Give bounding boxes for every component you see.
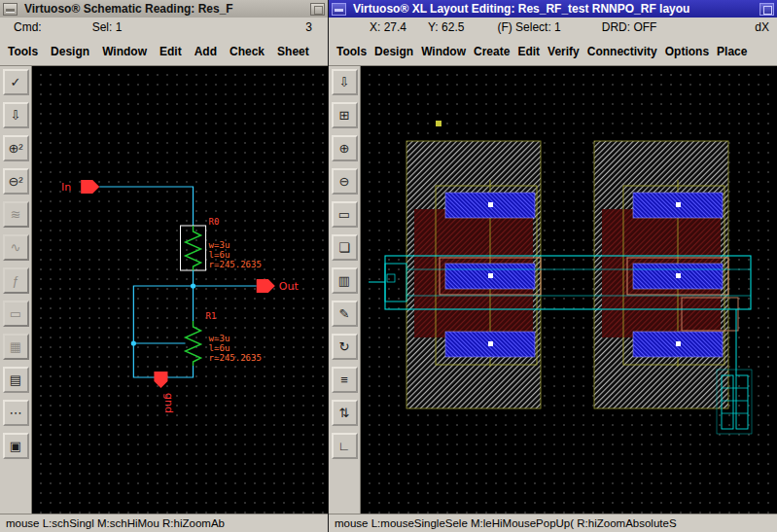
layout-titlebar[interactable]: Virtuoso® XL Layout Editing: Res_RF_test… bbox=[329, 0, 777, 18]
menu-design[interactable]: Design bbox=[51, 45, 89, 58]
dx-label: dX bbox=[755, 20, 769, 34]
descend-icon[interactable]: ⇩ bbox=[3, 102, 29, 128]
select-box-icon[interactable]: ▭ bbox=[332, 201, 358, 228]
properties-icon[interactable]: ≡ bbox=[332, 367, 358, 393]
svg-text:Out: Out bbox=[279, 280, 300, 293]
layout-cell-r0[interactable] bbox=[406, 141, 541, 408]
menu-verify[interactable]: Verify bbox=[547, 45, 580, 58]
wave-icon[interactable]: ∿ bbox=[3, 234, 29, 261]
in-port[interactable]: In bbox=[61, 180, 99, 194]
zoom-out-icon[interactable]: ⊖ bbox=[332, 168, 358, 195]
zoom-in-2x-icon[interactable]: ⊕² bbox=[3, 135, 29, 161]
window-title: Virtuoso® XL Layout Editing: Res_RF_test… bbox=[350, 2, 756, 16]
swap-icon[interactable]: ⇅ bbox=[332, 400, 358, 426]
menu-place[interactable]: Place bbox=[717, 45, 747, 58]
layout-toolbar: ⇩ ⊞ ⊕ ⊖ ▭ ❏ ▥ ✎ ↻ ≡ ⇅ ∟ bbox=[329, 66, 361, 514]
svg-text:gnd: gnd bbox=[162, 393, 175, 413]
svg-text:l=6u: l=6u bbox=[209, 250, 230, 260]
select-count: (F) Select: 1 bbox=[497, 20, 560, 34]
svg-text:R0: R0 bbox=[209, 217, 220, 227]
layout-info-row: X: 27.4 Y: 62.5 (F) Select: 1 DRD: OFF d… bbox=[329, 18, 777, 37]
wire-in-to-r0[interactable] bbox=[99, 187, 193, 226]
svg-text:w=3u: w=3u bbox=[209, 240, 230, 250]
svg-text:r=245.2635: r=245.2635 bbox=[209, 353, 262, 363]
dashed-box-icon[interactable]: ▭ bbox=[3, 301, 29, 327]
desktop: Virtuoso® Schematic Reading: Res_F Cmd: … bbox=[0, 0, 777, 532]
layout-marker[interactable] bbox=[436, 121, 441, 126]
zoom-fit-icon[interactable]: ⊞ bbox=[332, 102, 358, 128]
menu-tools[interactable]: Tools bbox=[8, 45, 38, 58]
layout-drawing bbox=[361, 66, 777, 514]
schematic-main: ✓ ⇩ ⊕² ⊖² ≋ ∿ ƒ ▭ ▦ ▤ ⋯ ▣ In bbox=[0, 66, 328, 514]
menu-create[interactable]: Create bbox=[474, 45, 510, 58]
function-icon[interactable]: ƒ bbox=[3, 267, 29, 294]
menu-check[interactable]: Check bbox=[230, 45, 265, 58]
window-menu-button[interactable] bbox=[332, 3, 346, 16]
stretch-icon[interactable]: ≋ bbox=[3, 201, 29, 228]
layout-canvas[interactable] bbox=[361, 66, 777, 514]
rows-icon[interactable]: ▤ bbox=[3, 367, 29, 393]
window-title: Virtuoso® Schematic Reading: Res_F bbox=[21, 2, 306, 16]
mouse-bindings-text: mouse L:schSingl M:schHiMou R:hiZoomAb bbox=[6, 517, 225, 529]
maximize-button[interactable] bbox=[310, 3, 325, 16]
copy-icon[interactable]: ❏ bbox=[332, 234, 358, 261]
svg-text:r=245.2635: r=245.2635 bbox=[209, 260, 262, 269]
schematic-info-row: Cmd: Sel: 1 3 bbox=[0, 18, 328, 37]
menu-edit[interactable]: Edit bbox=[159, 45, 182, 58]
drd-status: DRD: OFF bbox=[602, 20, 657, 34]
info-count: 3 bbox=[305, 20, 312, 34]
menu-window[interactable]: Window bbox=[102, 45, 147, 58]
schematic-window: Virtuoso® Schematic Reading: Res_F Cmd: … bbox=[0, 0, 328, 532]
layout-menubar: Tools Design Window Create Edit Verify C… bbox=[329, 37, 777, 66]
schematic-statusbar: mouse L:schSingl M:schHiMou R:hiZoomAb bbox=[0, 514, 328, 532]
selection-count: Sel: 1 bbox=[92, 20, 123, 34]
menu-edit[interactable]: Edit bbox=[517, 45, 540, 58]
pattern-grid-icon[interactable]: ▦ bbox=[3, 334, 29, 360]
svg-text:In: In bbox=[61, 181, 71, 194]
svg-text:l=6u: l=6u bbox=[209, 343, 230, 353]
ruler-icon[interactable]: ✎ bbox=[332, 301, 358, 327]
menu-connectivity[interactable]: Connectivity bbox=[587, 45, 657, 58]
layout-main: ⇩ ⊞ ⊕ ⊖ ▭ ❏ ▥ ✎ ↻ ≡ ⇅ ∟ bbox=[329, 66, 777, 514]
zoom-out-2x-icon[interactable]: ⊖² bbox=[3, 168, 29, 195]
window-menu-button[interactable] bbox=[3, 3, 18, 16]
out-port[interactable]: Out bbox=[257, 279, 300, 293]
resistor-r1[interactable]: R1 w=3u l=6u r=245.2635 bbox=[186, 311, 262, 366]
maximize-button[interactable] bbox=[759, 3, 774, 16]
menu-options[interactable]: Options bbox=[665, 45, 709, 58]
solid-box-icon[interactable]: ▣ bbox=[3, 433, 29, 459]
menu-tools[interactable]: Tools bbox=[336, 45, 367, 58]
menu-sheet[interactable]: Sheet bbox=[277, 45, 309, 58]
svg-text:w=3u: w=3u bbox=[209, 334, 230, 343]
zoom-in-icon[interactable]: ⊕ bbox=[332, 135, 358, 161]
menu-add[interactable]: Add bbox=[194, 45, 217, 58]
layout-window: Virtuoso® XL Layout Editing: Res_RF_test… bbox=[328, 0, 777, 532]
mouse-bindings-text: mouse L:mouseSingleSele M:leHiMousePopUp… bbox=[335, 517, 677, 529]
y-coordinate: Y: 62.5 bbox=[428, 20, 464, 34]
schematic-canvas[interactable]: In R0 w=3u l=6u r=245.2635 bbox=[32, 66, 328, 514]
path-corner-icon[interactable]: ∟ bbox=[332, 433, 358, 459]
menu-window[interactable]: Window bbox=[421, 45, 466, 58]
schematic-menubar: Tools Design Window Edit Add Check Sheet bbox=[0, 37, 328, 66]
stretch-icon[interactable]: ▥ bbox=[332, 267, 358, 294]
schematic-toolbar: ✓ ⇩ ⊕² ⊖² ≋ ∿ ƒ ▭ ▦ ▤ ⋯ ▣ bbox=[0, 66, 32, 514]
rotate-icon[interactable]: ↻ bbox=[332, 334, 358, 360]
dots-icon[interactable]: ⋯ bbox=[3, 400, 29, 426]
wire-bulk[interactable] bbox=[133, 286, 193, 343]
schematic-drawing: In R0 w=3u l=6u r=245.2635 bbox=[32, 66, 328, 514]
layout-statusbar: mouse L:mouseSingleSele M:leHiMousePopUp… bbox=[329, 514, 777, 532]
x-coordinate: X: 27.4 bbox=[370, 20, 406, 34]
cmd-label: Cmd: bbox=[14, 20, 42, 34]
save-icon[interactable]: ⇩ bbox=[332, 69, 358, 95]
layout-cell-r1[interactable] bbox=[594, 141, 738, 408]
select-check-icon[interactable]: ✓ bbox=[3, 69, 29, 95]
svg-text:R1: R1 bbox=[206, 311, 217, 321]
menu-design[interactable]: Design bbox=[374, 45, 413, 58]
schematic-titlebar[interactable]: Virtuoso® Schematic Reading: Res_F bbox=[0, 0, 328, 18]
